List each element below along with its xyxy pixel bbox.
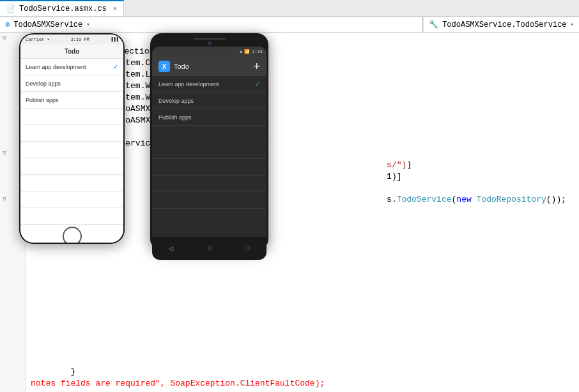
nav-left-text: TodoASMXService [13,20,82,29]
code-line-8: using TodoASMXService.Services; [31,115,579,126]
collapse-icon-3[interactable]: ▽ [3,195,6,203]
collapse-icon-2[interactable]: ▽ [3,149,6,157]
collapse-icon-1[interactable]: ▽ [3,34,6,42]
tab-bar: 📄 TodoService.asmx.cs × [0,0,579,17]
code-line-9 [31,126,579,138]
tab-close-button[interactable]: × [113,5,118,13]
code-right-2: 1)] [387,171,566,183]
nav-right-text: TodoASMXService.TodoService [442,20,566,29]
line-gutter: ▽ ▽ ▽ [0,33,26,392]
nav-left-panel[interactable]: ⚙ TodoASMXService ▾ [0,17,422,33]
class-icon: ⚙ [5,20,10,29]
editor-area: ▽ ▽ ▽ using System; ▾ using System.Colle… [0,33,579,392]
right-code-block: s/")] 1)] s.TodoService(new TodoReposito… [387,160,566,206]
nav-right-dropdown-icon: ▾ [571,21,574,28]
code-line-1: using System; [31,34,579,46]
code-editor[interactable]: using System; ▾ using System.Collections… [26,33,579,392]
method-icon: 🔧 [429,20,438,29]
code-line-7: using TodoASMXService.Models; [31,103,579,115]
nav-bar: ⚙ TodoASMXService ▾ 🔧 TodoASMXService.To… [0,17,579,33]
error-text: notes fields are required", SoapExceptio… [31,379,325,388]
nav-left-dropdown-icon: ▾ [86,21,89,28]
file-icon: 📄 [6,4,15,13]
code-line-6: using System.Web.Services.Protocols; [31,92,579,103]
code-right-3 [387,183,566,194]
tab-item-todoservice[interactable]: 📄 TodoService.asmx.cs × [0,0,124,16]
code-bottom-line: } [31,366,75,378]
code-right-4: s.TodoService(new TodoRepository()); [387,194,566,206]
code-line-2: ▾ using System.Collections.Generic; [31,46,579,57]
nav-right-panel[interactable]: 🔧 TodoASMXService.TodoService ▾ [423,17,579,33]
code-line-4: using System.Linq; [31,69,579,80]
code-line-3: using System.ComponentModel; [31,57,579,69]
code-right-1: s/")] [387,160,566,171]
code-line-5: using System.Web.Services; [31,80,579,92]
tab-filename: TodoService.asmx.cs [19,4,107,13]
code-line-10: namespace TodoASMXService [31,138,579,149]
error-line: notes fields are required", SoapExceptio… [31,378,325,389]
